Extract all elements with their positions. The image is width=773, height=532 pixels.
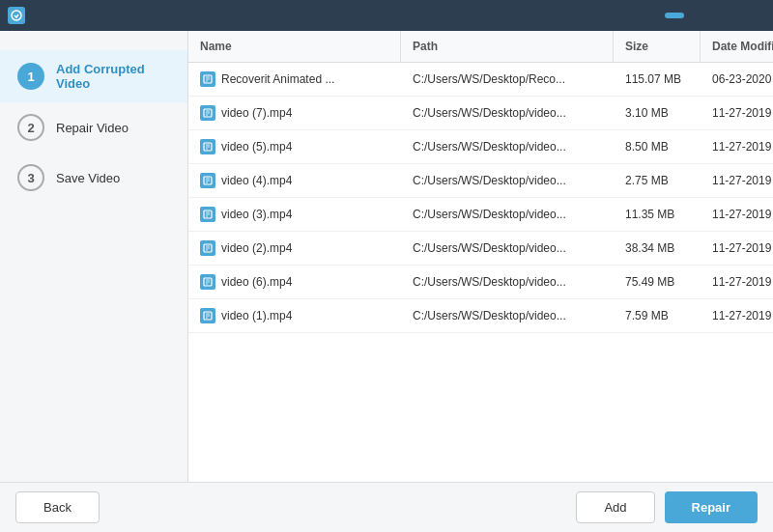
main-content: 1 Add Corrupted Video 2 Repair Video 3 S…	[0, 31, 773, 482]
file-icon	[200, 105, 215, 121]
cell-name: video (4).mp4	[188, 165, 401, 196]
menu-button[interactable]	[688, 6, 711, 25]
table-row: video (4).mp4 C:/Users/WS/Desktop/video.…	[188, 164, 773, 198]
cell-name: video (3).mp4	[188, 199, 401, 230]
cell-name: video (1).mp4	[188, 300, 401, 331]
file-name: video (5).mp4	[221, 140, 292, 154]
step-item-2[interactable]: 2 Repair Video	[0, 102, 187, 153]
cell-path: C:/Users/WS/Desktop/video...	[401, 301, 614, 330]
footer: Back Add Repair	[0, 482, 773, 532]
title-bar-left	[8, 7, 33, 24]
table-row: video (5).mp4 C:/Users/WS/Desktop/video.…	[188, 130, 773, 164]
app-logo	[8, 7, 25, 24]
title-bar-controls	[665, 6, 765, 25]
cell-date: 11-27-2019	[701, 267, 773, 296]
cell-name: video (6).mp4	[188, 266, 401, 297]
cell-date: 11-27-2019	[701, 98, 773, 127]
minimize-button[interactable]	[715, 6, 738, 25]
sidebar: 1 Add Corrupted Video 2 Repair Video 3 S…	[0, 31, 188, 482]
col-date: Date Modified	[701, 31, 773, 62]
table-row: video (2).mp4 C:/Users/WS/Desktop/video.…	[188, 232, 773, 266]
add-button[interactable]: Add	[576, 491, 654, 523]
cell-date: 11-27-2019	[701, 200, 773, 229]
cell-size: 115.07 MB	[614, 65, 701, 94]
col-size: Size	[614, 31, 701, 62]
account-button[interactable]	[665, 13, 684, 18]
cell-size: 3.10 MB	[614, 98, 701, 127]
table-row: Recoverit Animated ... C:/Users/WS/Deskt…	[188, 63, 773, 97]
cell-size: 11.35 MB	[614, 200, 701, 229]
file-icon	[200, 139, 215, 154]
cell-size: 75.49 MB	[614, 267, 701, 296]
cell-name: Recoverit Animated ...	[188, 64, 401, 95]
file-name: video (6).mp4	[221, 275, 292, 289]
cell-name: video (7).mp4	[188, 98, 401, 128]
cell-size: 38.34 MB	[614, 234, 701, 263]
cell-path: C:/Users/WS/Desktop/video...	[401, 98, 614, 127]
cell-name: video (2).mp4	[188, 233, 401, 264]
step-number: 3	[17, 164, 44, 191]
cell-size: 7.59 MB	[614, 301, 701, 330]
cell-date: 11-27-2019	[701, 166, 773, 195]
step-item-3[interactable]: 3 Save Video	[0, 153, 187, 203]
file-name: video (1).mp4	[221, 309, 292, 322]
file-icon	[200, 240, 215, 256]
file-name: video (4).mp4	[221, 174, 292, 187]
table-header: Name Path Size Date Modified Operation	[188, 31, 773, 63]
file-icon	[200, 71, 215, 87]
file-name: Recoverit Animated ...	[221, 72, 334, 86]
title-bar	[0, 0, 773, 31]
cell-size: 8.50 MB	[614, 132, 701, 161]
table-body: Recoverit Animated ... C:/Users/WS/Deskt…	[188, 63, 773, 482]
table-row: video (7).mp4 C:/Users/WS/Desktop/video.…	[188, 97, 773, 130]
cell-date: 11-27-2019	[701, 301, 773, 330]
file-icon	[200, 173, 215, 188]
cell-path: C:/Users/WS/Desktop/video...	[401, 132, 614, 161]
cell-name: video (5).mp4	[188, 131, 401, 162]
cell-path: C:/Users/WS/Desktop/video...	[401, 200, 614, 229]
table-row: video (3).mp4 C:/Users/WS/Desktop/video.…	[188, 198, 773, 232]
cell-date: 11-27-2019	[701, 234, 773, 263]
cell-date: 06-23-2020	[701, 65, 773, 94]
step-item-1[interactable]: 1 Add Corrupted Video	[0, 50, 187, 102]
cell-path: C:/Users/WS/Desktop/video...	[401, 234, 614, 263]
step-label: Save Video	[56, 171, 120, 185]
file-name: video (7).mp4	[221, 106, 292, 120]
step-label: Add Corrupted Video	[56, 62, 170, 91]
cell-path: C:/Users/WS/Desktop/video...	[401, 267, 614, 296]
col-path: Path	[401, 31, 614, 62]
table-row: video (6).mp4 C:/Users/WS/Desktop/video.…	[188, 266, 773, 299]
file-icon	[200, 207, 215, 222]
close-button[interactable]	[742, 6, 765, 25]
col-name: Name	[188, 31, 401, 62]
table-area: Name Path Size Date Modified Operation R…	[188, 31, 773, 482]
cell-date: 11-27-2019	[701, 132, 773, 161]
back-button[interactable]: Back	[15, 491, 100, 523]
repair-button[interactable]: Repair	[665, 491, 758, 523]
cell-path: C:/Users/WS/Desktop/video...	[401, 166, 614, 195]
file-icon	[200, 274, 215, 290]
file-name: video (3).mp4	[221, 208, 292, 221]
cell-size: 2.75 MB	[614, 166, 701, 195]
step-number: 2	[17, 114, 44, 141]
table-row: video (1).mp4 C:/Users/WS/Desktop/video.…	[188, 299, 773, 333]
file-icon	[200, 308, 215, 323]
footer-left: Back	[15, 491, 100, 523]
svg-point-0	[12, 11, 21, 20]
step-number: 1	[17, 63, 44, 90]
file-name: video (2).mp4	[221, 241, 292, 255]
step-label: Repair Video	[56, 121, 129, 135]
cell-path: C:/Users/WS/Desktop/Reco...	[401, 65, 614, 94]
footer-right: Add Repair	[576, 491, 758, 523]
